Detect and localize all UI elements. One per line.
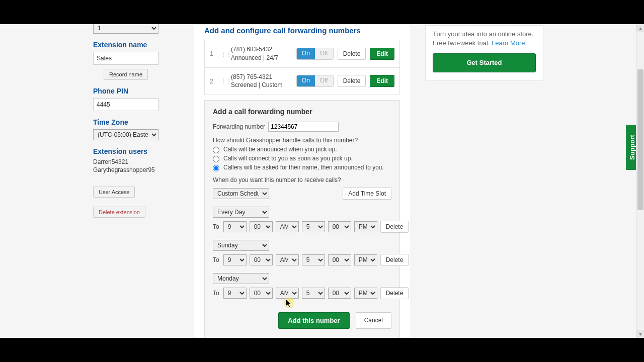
scrollbar[interactable]: ▲ ▼ (636, 24, 644, 338)
delete-extension-button[interactable]: Delete extension (93, 207, 145, 218)
start-minute-select[interactable]: 00 (250, 288, 273, 299)
time-slot: Monday To 9 00 AM 5 00 PM Delete (213, 273, 391, 299)
day-select[interactable]: Monday (213, 273, 269, 284)
start-minute-select[interactable]: 00 (250, 221, 273, 232)
time-slot: Every Day To 9 00 AM 5 00 PM Delete (213, 207, 391, 233)
scroll-thumb[interactable] (637, 69, 643, 210)
drag-handle-icon[interactable]: ⋮⋮⋮⋮ (221, 79, 227, 83)
delete-slot-button[interactable]: Delete (380, 287, 409, 299)
scroll-up-arrow-icon[interactable]: ▲ (636, 24, 644, 32)
forwarding-meta: Announced | 24/7 (231, 54, 292, 62)
end-hour-select[interactable]: 5 (302, 221, 325, 232)
end-period-select[interactable]: PM (354, 254, 377, 265)
forwarding-phone: (781) 683-5432 (231, 45, 292, 54)
day-select[interactable]: Every Day (213, 207, 269, 218)
on-off-toggle[interactable]: OnOff (296, 75, 334, 87)
extension-name-input[interactable] (93, 52, 158, 65)
promo-learn-more-link[interactable]: Learn More (492, 39, 525, 47)
promo-card: Turn your idea into an online store. Fre… (425, 25, 543, 81)
start-period-select[interactable]: AM (276, 288, 299, 299)
cancel-button[interactable]: Cancel (356, 312, 391, 329)
row-index: 1 (210, 50, 217, 57)
promo-get-started-button[interactable]: Get Started (433, 53, 536, 72)
timezone-label: Time Zone (93, 118, 179, 126)
scroll-down-arrow-icon[interactable]: ▼ (636, 330, 644, 338)
to-label: To (213, 290, 219, 297)
edit-forwarding-button[interactable]: Edit (370, 75, 394, 87)
handle-radio-connect[interactable] (213, 156, 219, 162)
end-minute-select[interactable]: 00 (328, 288, 351, 299)
when-question: When do you want this number to receive … (213, 176, 391, 184)
forwarding-phone: (857) 765-4321 (231, 73, 292, 81)
handle-radio-label: Calls will connect to you as soon as you… (223, 155, 353, 162)
start-hour-select[interactable]: 9 (223, 288, 247, 299)
drag-handle-icon[interactable]: ⋮⋮⋮⋮ (221, 52, 227, 56)
day-select[interactable]: Sunday (213, 240, 269, 251)
phone-pin-label: Phone PIN (93, 87, 179, 95)
to-label: To (213, 256, 219, 263)
extension-users-label: Extension users (93, 147, 179, 155)
handle-radio-screened[interactable] (213, 165, 219, 171)
extension-number-select[interactable]: 1 (93, 24, 158, 34)
to-label: To (213, 223, 219, 230)
add-this-number-button[interactable]: Add this number (278, 312, 349, 329)
forwarding-number-input[interactable] (268, 122, 339, 132)
handle-radio-label: Callers will be asked for their name, th… (223, 164, 384, 171)
extension-user: Darren54321 (93, 158, 179, 165)
end-minute-select[interactable]: 00 (328, 254, 351, 265)
edit-forwarding-button[interactable]: Edit (370, 48, 394, 60)
row-index: 2 (210, 77, 217, 85)
delete-slot-button[interactable]: Delete (380, 221, 409, 233)
end-period-select[interactable]: PM (354, 221, 377, 232)
delete-forwarding-button[interactable]: Delete (338, 75, 366, 87)
start-minute-select[interactable]: 00 (250, 254, 273, 265)
delete-slot-button[interactable]: Delete (380, 254, 409, 266)
start-hour-select[interactable]: 9 (223, 221, 247, 232)
add-time-slot-button[interactable]: Add Time Slot (343, 188, 391, 200)
add-panel-title: Add a call forwarding number (213, 108, 391, 116)
extension-user: Garythegrasshopper95 (93, 166, 179, 173)
end-period-select[interactable]: PM (354, 288, 377, 299)
record-name-button[interactable]: Record name (104, 69, 148, 80)
forwarding-meta: Screened | Custom (231, 81, 292, 89)
end-minute-select[interactable]: 00 (328, 221, 351, 232)
start-period-select[interactable]: AM (276, 221, 299, 232)
delete-forwarding-button[interactable]: Delete (338, 48, 366, 60)
section-title: Add and configure call forwarding number… (194, 24, 410, 40)
on-off-toggle[interactable]: OnOff (296, 48, 334, 60)
handle-question: How should Grasshopper handle calls to t… (213, 137, 391, 144)
end-hour-select[interactable]: 5 (302, 254, 325, 265)
handle-radio-label: Calls will be announced when you pick up… (223, 146, 337, 153)
schedule-type-select[interactable]: Custom Schedule (213, 188, 269, 199)
start-period-select[interactable]: AM (276, 254, 299, 265)
extension-name-label: Extension name (93, 41, 179, 49)
start-hour-select[interactable]: 9 (223, 254, 247, 265)
phone-pin-input[interactable] (93, 98, 158, 111)
end-hour-select[interactable]: 5 (302, 288, 325, 299)
timezone-select[interactable]: (UTC-05:00) Easter (93, 129, 158, 140)
user-access-button[interactable]: User Access (93, 187, 135, 198)
handle-radio-announced[interactable] (213, 147, 219, 153)
time-slot: Sunday To 9 00 AM 5 00 PM Delete (213, 240, 391, 266)
forwarding-number-label: Forwarding number (213, 123, 265, 130)
forwarding-row: 1 ⋮⋮⋮⋮ (781) 683-5432 Announced | 24/7 O… (205, 40, 399, 67)
forwarding-row: 2 ⋮⋮⋮⋮ (857) 765-4321 Screened | Custom … (205, 67, 399, 95)
